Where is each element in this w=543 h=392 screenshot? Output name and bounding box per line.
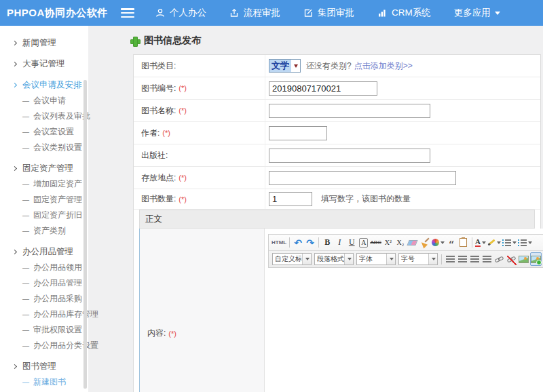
align-right-icon	[470, 256, 479, 262]
eraser-icon	[407, 240, 418, 246]
nav-group-approval[interactable]: 集团审批	[292, 0, 366, 26]
custom-heading-select[interactable]: 自定义标题	[272, 253, 312, 265]
sidebar-item-child[interactable]: —办公用品分类设置	[0, 338, 88, 353]
paste-button[interactable]	[458, 236, 469, 250]
nav-personal-office[interactable]: 个人办公	[144, 0, 218, 26]
toolbar-separator	[318, 237, 319, 248]
paragraph-format-select[interactable]: 段落格式	[314, 253, 354, 265]
sidebar-item-child[interactable]: —办公用品采购	[0, 291, 88, 307]
unordered-list-button[interactable]	[518, 236, 532, 250]
align-left-button[interactable]	[445, 252, 455, 266]
publisher-input[interactable]	[269, 149, 430, 163]
align-justify-icon	[483, 256, 491, 262]
sidebar-item-parent[interactable]: 会议申请及安排	[0, 77, 88, 93]
quantity-hint: 填写数字，该图书的数量	[321, 193, 411, 205]
underline-button[interactable]: U	[346, 236, 357, 250]
dash-icon: —	[22, 140, 29, 155]
dash-icon: —	[22, 260, 29, 275]
redo-button[interactable]: ↷	[305, 236, 316, 250]
nav-more-apps[interactable]: 更多应用	[443, 0, 512, 26]
undo-button[interactable]: ↶	[293, 236, 303, 250]
insert-link-button[interactable]	[493, 252, 504, 266]
book-number-label: 图书编号:(*)	[134, 77, 265, 99]
sidebar-item-parent[interactable]: 办公用品管理	[0, 244, 88, 260]
sidebar-item-label: 增加固定资产	[33, 176, 82, 192]
book-number-input[interactable]	[269, 81, 377, 96]
content-label: 内容:(*)	[140, 229, 265, 392]
sidebar-item-child[interactable]: —办公用品库存管理	[0, 307, 88, 322]
strikethrough-button[interactable]: ABC	[370, 236, 381, 250]
editor-content-area[interactable]	[268, 268, 543, 392]
sidebar-item-child[interactable]: —增加固定资产	[0, 176, 88, 192]
sidebar-item-child[interactable]: —资产类别	[0, 223, 88, 239]
location-input[interactable]	[269, 171, 456, 185]
book-name-input[interactable]	[269, 104, 430, 118]
sidebar-item-child[interactable]: —会议申请	[0, 93, 88, 109]
caret-down-icon	[302, 254, 311, 264]
page-title: 图书信息发布	[130, 35, 201, 47]
upload-image-icon	[531, 256, 541, 263]
sidebar-scrollbar[interactable]	[83, 80, 87, 389]
sidebar-item-parent[interactable]: 大事记管理	[0, 56, 88, 72]
sidebar-item-child[interactable]: —办公用品领用	[0, 260, 88, 275]
sidebar-item-child[interactable]: —新建图书	[0, 374, 88, 390]
author-input[interactable]	[269, 126, 327, 140]
toolbar-separator	[289, 237, 290, 248]
chevron-right-icon	[12, 83, 17, 87]
font-color-icon: A	[475, 238, 481, 247]
html-source-button[interactable]: HTML	[272, 236, 286, 250]
eraser-button[interactable]	[407, 236, 418, 250]
format-painter-button[interactable]	[432, 236, 445, 250]
insert-image-button[interactable]	[518, 252, 529, 266]
font-color-button[interactable]: A	[475, 236, 486, 250]
person-icon	[155, 8, 165, 18]
unordered-list-icon	[518, 239, 527, 246]
caret-down-icon	[528, 241, 532, 244]
sidebar-item-child[interactable]: —固定资产折旧	[0, 208, 88, 223]
dash-icon: —	[22, 322, 29, 338]
nav-label: 流程审批	[244, 7, 280, 19]
dash-icon: —	[22, 192, 29, 208]
nav-label: 更多应用	[454, 7, 491, 19]
add-category-link[interactable]: 点击添加类别>>	[354, 60, 413, 72]
subscript-button[interactable]: X₂	[395, 236, 406, 250]
italic-button[interactable]: I	[334, 236, 345, 250]
ordered-list-button[interactable]	[502, 236, 517, 250]
font-family-select[interactable]: 字体	[356, 253, 396, 265]
nav-crm-system[interactable]: CRM系统	[366, 0, 443, 26]
sidebar-item-label: 资产类别	[33, 223, 66, 239]
sidebar-item-child[interactable]: —会议类别设置	[0, 140, 88, 155]
sidebar-item-parent[interactable]: 图书管理	[0, 359, 88, 374]
clipboard-icon	[460, 238, 467, 247]
bold-button[interactable]: B	[322, 236, 333, 250]
blockquote-button[interactable]: “	[446, 236, 457, 250]
sidebar-item-parent[interactable]: 新闻管理	[0, 35, 88, 51]
sidebar-item-label: 固定资产折旧	[33, 208, 82, 223]
sidebar-item-child[interactable]: —会议室设置	[0, 124, 88, 140]
sidebar-item-parent[interactable]: 固定资产管理	[0, 161, 88, 176]
superscript-button[interactable]: X²	[383, 236, 394, 250]
nav-workflow-approval[interactable]: 流程审批	[218, 0, 292, 26]
font-box-button[interactable]: A	[359, 238, 368, 248]
align-justify-button[interactable]	[481, 252, 492, 266]
sidebar-item-label: 审批权限设置	[33, 322, 82, 338]
sidebar-item-child[interactable]: —会议列表及审批	[0, 109, 88, 124]
sidebar-item-label: 会议类别设置	[33, 140, 82, 155]
workflow-approval-icon	[229, 8, 239, 18]
clean-format-button[interactable]	[419, 236, 430, 250]
sidebar-item-child[interactable]: —审批权限设置	[0, 322, 88, 338]
remove-link-button[interactable]	[506, 252, 517, 266]
quantity-input[interactable]	[269, 192, 312, 206]
menu-toggle-icon[interactable]	[121, 8, 134, 18]
broom-icon	[420, 238, 430, 248]
category-select[interactable]: 文学	[269, 59, 301, 73]
align-center-button[interactable]	[457, 252, 468, 266]
header-nav: 个人办公 流程审批 集团审批 CRM系统 更多应用	[144, 0, 512, 26]
sidebar-item-child[interactable]: —固定资产管理	[0, 192, 88, 208]
highlight-pen-button[interactable]	[487, 236, 501, 250]
font-size-select[interactable]: 字号	[398, 253, 438, 265]
upload-image-button[interactable]	[530, 252, 542, 266]
align-right-button[interactable]	[469, 252, 480, 266]
sidebar-item-child[interactable]: —办公用品管理	[0, 275, 88, 291]
category-selected-value: 文学	[269, 60, 291, 72]
